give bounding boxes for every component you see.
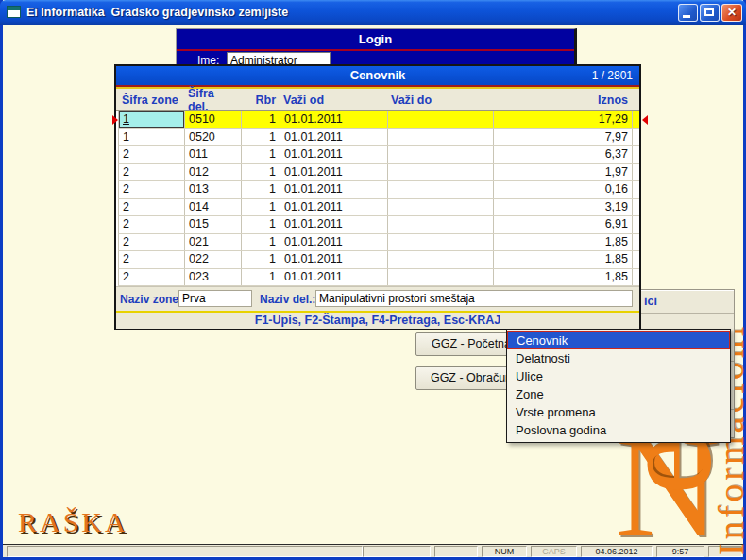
- minimize-button[interactable]: [678, 4, 698, 22]
- table-cell[interactable]: 3,19: [494, 199, 633, 216]
- table-row: 2015101.01.20116,91: [118, 216, 639, 234]
- table-cell[interactable]: 0,16: [494, 181, 633, 198]
- table-cell[interactable]: 01.01.2011: [280, 251, 388, 268]
- table-cell[interactable]: 1: [242, 129, 280, 146]
- table-cell[interactable]: 01.01.2011: [280, 199, 388, 216]
- column-header[interactable]: Rbr: [241, 93, 280, 107]
- table-cell[interactable]: 011: [185, 146, 242, 163]
- table-cell[interactable]: 014: [185, 199, 242, 216]
- table-cell[interactable]: 1: [242, 181, 280, 198]
- raska-wordmark: RAŠKA: [18, 506, 128, 538]
- table-cell[interactable]: 01.01.2011: [280, 111, 388, 128]
- table-cell[interactable]: 022: [185, 251, 242, 268]
- table-cell[interactable]: 0510: [185, 111, 242, 128]
- table-cell[interactable]: 01.01.2011: [280, 269, 388, 286]
- table-cell[interactable]: [388, 234, 494, 251]
- table-cell[interactable]: 2: [119, 251, 185, 268]
- table-cell[interactable]: 01.01.2011: [280, 181, 388, 198]
- menu-item-zone[interactable]: Zone: [507, 385, 730, 403]
- table-cell[interactable]: 1: [242, 251, 280, 268]
- table-row: 2013101.01.20110,16: [118, 181, 639, 199]
- table-cell[interactable]: 17,29: [494, 111, 633, 128]
- table-cell[interactable]: [388, 251, 494, 268]
- panel-header-fragment: ici: [644, 295, 657, 308]
- table-cell[interactable]: 1: [242, 146, 280, 163]
- table-cell[interactable]: 1: [119, 129, 185, 146]
- table-cell[interactable]: [388, 181, 494, 198]
- table-cell[interactable]: 1: [242, 269, 280, 286]
- table-cell[interactable]: 2: [119, 199, 185, 216]
- table-cell[interactable]: 7,97: [494, 129, 633, 146]
- login-dialog: Login Ime:: [176, 28, 577, 67]
- table-cell[interactable]: [388, 269, 494, 286]
- column-header[interactable]: Važi do: [387, 93, 493, 107]
- table-row: 10510101.01.201117,29: [118, 111, 639, 129]
- naziv-del-field[interactable]: [315, 290, 633, 307]
- context-menu: CenovnikDelatnostiUliceZoneVrste promena…: [506, 329, 731, 443]
- login-dialog-title: Login: [177, 29, 574, 49]
- table-cell[interactable]: 6,37: [494, 146, 633, 163]
- table-row: 2021101.01.20111,85: [118, 234, 639, 252]
- table-cell[interactable]: 1: [119, 111, 185, 128]
- table-cell[interactable]: 01.01.2011: [280, 234, 388, 251]
- table-cell[interactable]: 023: [185, 269, 242, 286]
- table-cell[interactable]: 01.01.2011: [280, 129, 388, 146]
- table-cell[interactable]: [388, 111, 494, 128]
- table-cell[interactable]: [388, 216, 494, 233]
- menu-item-delatnosti[interactable]: Delatnosti: [507, 349, 730, 367]
- table-cell[interactable]: 2: [119, 146, 185, 163]
- menu-item-cenovnik[interactable]: Cenovnik: [507, 331, 730, 349]
- column-header[interactable]: Šifra del.: [184, 87, 241, 113]
- table-cell[interactable]: 1,85: [494, 234, 633, 251]
- table-cell[interactable]: 021: [185, 234, 242, 251]
- table-row: 2023101.01.20111,85: [118, 269, 639, 287]
- table-cell[interactable]: [388, 146, 494, 163]
- table-cell[interactable]: 012: [185, 164, 242, 181]
- table-cell[interactable]: [388, 164, 494, 181]
- table-cell[interactable]: 2: [119, 181, 185, 198]
- status-cell-empty: [7, 546, 363, 557]
- grid-header: Šifra zoneŠifra del.RbrVaži odVaži doIzn…: [116, 89, 639, 111]
- naziv-zone-field[interactable]: [178, 290, 252, 307]
- cenovnik-title: Cenovnik: [350, 68, 406, 82]
- column-header[interactable]: Iznos: [493, 93, 632, 107]
- hotkeys-hint: F1-Upis, F2-Štampa, F4-Pretraga, Esc-KRA…: [116, 313, 639, 329]
- menu-item-poslovna-godina[interactable]: Poslovna godina: [507, 421, 730, 439]
- table-cell[interactable]: 015: [185, 216, 242, 233]
- status-cell-empty: [363, 546, 431, 557]
- table-cell[interactable]: 6,91: [494, 216, 633, 233]
- naziv-zone-label: Naziv zone:: [120, 293, 182, 306]
- table-cell[interactable]: 1: [242, 234, 280, 251]
- table-cell[interactable]: 2: [119, 164, 185, 181]
- table-cell[interactable]: 2: [119, 269, 185, 286]
- table-cell[interactable]: 1,97: [494, 164, 633, 181]
- table-cell[interactable]: [388, 129, 494, 146]
- table-cell[interactable]: 1: [242, 111, 280, 128]
- menu-item-ulice[interactable]: Ulice: [507, 367, 730, 385]
- table-cell[interactable]: [388, 199, 494, 216]
- table-cell[interactable]: 1: [242, 164, 280, 181]
- table-cell[interactable]: 01.01.2011: [280, 164, 388, 181]
- table-cell[interactable]: 1: [242, 216, 280, 233]
- table-cell[interactable]: 0520: [185, 129, 242, 146]
- table-cell[interactable]: 01.01.2011: [280, 146, 388, 163]
- table-cell[interactable]: 01.01.2011: [280, 216, 388, 233]
- menu-item-vrste-promena[interactable]: Vrste promena: [507, 403, 730, 421]
- column-header[interactable]: Šifra zone: [118, 93, 184, 107]
- table-cell[interactable]: 013: [185, 181, 242, 198]
- window-title: Ei Informatika Gradsko gradjevinsko zeml…: [26, 0, 288, 25]
- main-titlebar: Ei Informatika Gradsko gradjevinsko zeml…: [0, 0, 746, 25]
- table-cell[interactable]: 1,85: [494, 251, 633, 268]
- table-cell[interactable]: 2: [119, 234, 185, 251]
- column-header[interactable]: Važi od: [280, 93, 387, 107]
- table-cell[interactable]: 1,85: [494, 269, 633, 286]
- status-cell-empty: [434, 546, 478, 557]
- table-cell[interactable]: 2: [119, 216, 185, 233]
- maximize-button[interactable]: [700, 4, 720, 22]
- table-row: 2014101.01.20113,19: [118, 199, 639, 217]
- table-row: 2012101.01.20111,97: [118, 164, 639, 182]
- app-icon: [7, 6, 21, 18]
- close-button[interactable]: ✕: [721, 4, 742, 22]
- naziv-del-label: Naziv del.:: [260, 293, 315, 306]
- table-cell[interactable]: 1: [242, 199, 280, 216]
